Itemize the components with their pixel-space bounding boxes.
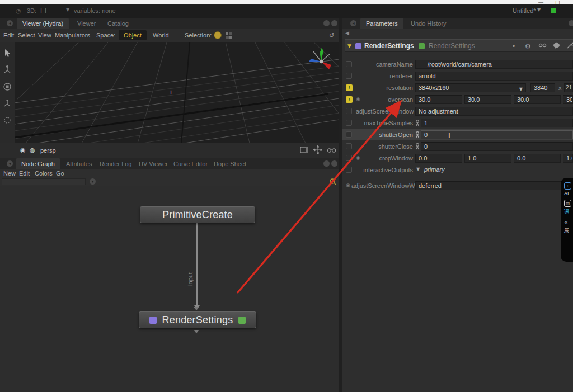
tab-catalog[interactable]: Catalog	[102, 18, 134, 29]
tab-parameters[interactable]: Parameters	[360, 18, 403, 29]
node-filter-input[interactable]	[2, 178, 86, 185]
pan-move-icon[interactable]	[313, 145, 322, 155]
filter-dropdown-icon[interactable]: ▾	[90, 178, 96, 185]
adjustscreenwindow-select[interactable]: No adjustment	[415, 107, 573, 116]
extension-item-course[interactable]: ▤ 课	[564, 200, 571, 215]
glasses-icon[interactable]	[538, 42, 547, 50]
panel-close-icon[interactable]	[569, 20, 573, 26]
extension-item-expand[interactable]: « 展	[564, 219, 569, 234]
viewer-settings-icon[interactable]: ↺	[329, 32, 334, 39]
node-primitivecreate[interactable]: PrimitiveCreate	[140, 206, 255, 223]
resolution-preset-select[interactable]: 3840x2160 ▼	[415, 83, 526, 92]
document-title[interactable]: Untitled*	[513, 7, 536, 14]
restore-icon[interactable]: ▢	[555, 0, 560, 4]
output-port-icon[interactable]	[194, 330, 199, 333]
param-label[interactable]: cropWindow	[356, 155, 413, 162]
menu-go[interactable]: Go	[56, 170, 64, 177]
space-world-button[interactable]: World	[148, 30, 174, 40]
refresh-icon[interactable]: ◔	[16, 7, 21, 15]
node-purple-swatch[interactable]	[149, 317, 157, 324]
space-object-button[interactable]: Object	[119, 30, 147, 40]
panel-close-icon[interactable]	[331, 160, 337, 167]
camera-lock-icon[interactable]: ◍	[30, 147, 35, 154]
adjustscreenwindowwhen-field[interactable]: deferred	[415, 181, 573, 190]
tab-viewer-hydra[interactable]: Viewer (Hydra)	[17, 18, 69, 29]
shutteropen-field[interactable]: 0 I	[421, 130, 573, 139]
menu-edit[interactable]: Edit	[19, 170, 30, 177]
nodegraph-canvas[interactable]: input PrimitiveCreate RenderSettings	[0, 186, 339, 392]
panel-split-icon[interactable]	[323, 160, 330, 167]
translate-tool-icon[interactable]	[2, 65, 12, 75]
tab-attributes[interactable]: Attributes	[60, 158, 97, 169]
maxtimesamples-field[interactable]: 1	[421, 119, 573, 127]
camera-name-label[interactable]: persp	[40, 147, 56, 154]
param-label[interactable]: cameraName	[356, 61, 413, 68]
expand-triangle-icon[interactable]: ▼	[347, 43, 351, 49]
extension-item-ai[interactable]: ◦ AI	[564, 182, 571, 196]
mode-3d-label[interactable]: 3D:	[27, 7, 36, 14]
selection-mode-icon[interactable]	[214, 31, 222, 39]
input-port-icon[interactable]	[194, 307, 199, 310]
selection-windows-icon[interactable]	[225, 31, 233, 39]
panel-menu-icon[interactable]: ◂	[350, 20, 356, 26]
chevron-down-icon[interactable]: ▼	[66, 7, 69, 12]
param-label[interactable]: maxTimeSamples	[356, 120, 413, 126]
tab-render-log[interactable]: Render Log	[94, 158, 138, 169]
viewport-3d[interactable]: +	[15, 42, 339, 143]
resolution-width-field[interactable]: 3840	[530, 83, 555, 92]
film-gate-icon[interactable]	[300, 146, 309, 155]
param-statebox[interactable]	[346, 73, 352, 79]
warning-icon[interactable]: !	[346, 96, 353, 103]
timebar-icon[interactable]	[415, 143, 420, 151]
menu-new[interactable]: New	[3, 170, 16, 177]
eye-icon[interactable]: ◉	[346, 182, 350, 188]
transform-tool-icon[interactable]	[2, 115, 12, 125]
look-through-icon[interactable]: ◉	[20, 147, 26, 154]
overscan-field-3[interactable]: 30.0	[563, 95, 573, 104]
collapse-arrow-icon[interactable]: ◀	[345, 30, 349, 36]
cropwindow-field-3[interactable]: 1.0	[563, 154, 573, 163]
param-statebox[interactable]	[346, 131, 352, 138]
param-label[interactable]: overscan	[356, 96, 413, 103]
panel-split-icon[interactable]	[323, 20, 330, 26]
param-label[interactable]: interactiveOutputs	[356, 167, 413, 173]
timebar-icon[interactable]	[415, 119, 420, 127]
cropwindow-field-2[interactable]: 0.0	[514, 154, 561, 163]
overscan-field-0[interactable]: 30.0	[415, 95, 462, 104]
menu-view[interactable]: View	[38, 32, 51, 39]
timebar-icon[interactable]	[415, 131, 420, 139]
tab-viewer[interactable]: Viewer	[72, 18, 101, 29]
param-label[interactable]: adjustScreenWindow	[356, 108, 413, 115]
node-rendersettings[interactable]: RenderSettings	[139, 311, 256, 328]
param-label[interactable]: adjustScreenWindowWhen	[351, 182, 413, 189]
axis-gizmo-icon[interactable]	[304, 46, 338, 77]
param-statebox[interactable]	[346, 120, 352, 126]
param-label[interactable]: resolution	[356, 84, 413, 91]
panel-menu-icon[interactable]: ◂	[7, 20, 13, 26]
param-label[interactable]: shutterOpen	[356, 131, 413, 138]
menu-edit[interactable]: Edit	[3, 32, 14, 39]
tab-undo-history[interactable]: Undo History	[405, 18, 452, 29]
comment-icon[interactable]	[553, 42, 560, 51]
menu-colors[interactable]: Colors	[35, 170, 53, 177]
pause-icon[interactable]: I I	[40, 7, 47, 14]
renderer-field[interactable]: arnold	[415, 72, 573, 81]
shutterclose-field[interactable]: 0	[421, 142, 573, 151]
tab-dope-sheet[interactable]: Dope Sheet	[208, 158, 252, 169]
menu-manipulators[interactable]: Manipulators	[55, 32, 90, 39]
chevron-down-icon[interactable]: ▼	[416, 167, 420, 172]
variables-label[interactable]: variables: none	[74, 7, 116, 14]
scale-tool-icon[interactable]	[2, 98, 12, 108]
panel-close-icon[interactable]	[331, 20, 337, 26]
panel-menu-icon[interactable]: ◂	[7, 160, 13, 167]
gear-icon[interactable]: ⚙	[525, 42, 531, 50]
cameraname-field[interactable]: /root/world/cam/camera	[415, 60, 573, 69]
cropwindow-field-0[interactable]: 0.0	[415, 154, 462, 163]
menu-select[interactable]: Select	[18, 32, 35, 39]
tab-curve-editor[interactable]: Curve Editor	[168, 158, 213, 169]
param-statebox[interactable]	[346, 143, 352, 149]
param-statebox[interactable]	[346, 155, 352, 161]
browser-extension-toolbar[interactable]: ◦ AI ▤ 课 « 展	[561, 178, 573, 262]
rotate-tool-icon[interactable]	[2, 82, 12, 92]
param-statebox[interactable]	[346, 108, 352, 114]
